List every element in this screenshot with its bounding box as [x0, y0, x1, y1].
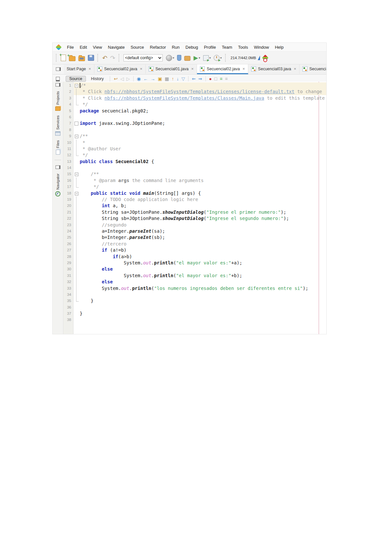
- history-view-button[interactable]: History: [89, 76, 106, 81]
- config-select[interactable]: <default config>: [123, 54, 163, 61]
- jump-forward-icon[interactable]: ▷: [126, 76, 130, 81]
- code-line[interactable]: 5package secuencial.pkg02;: [63, 108, 326, 114]
- code-line[interactable]: 9−/**: [63, 133, 326, 139]
- menu-view[interactable]: View: [90, 44, 105, 51]
- tab-secuencial02-java[interactable]: Secuencial02.java×: [197, 64, 248, 74]
- tab-close-icon[interactable]: ×: [140, 66, 142, 71]
- fold-collapse-icon[interactable]: −: [75, 192, 78, 195]
- menu-tools[interactable]: Tools: [235, 44, 251, 51]
- duplicate-line-icon[interactable]: ▽: [182, 76, 185, 81]
- minimize-toolbar-icon[interactable]: [56, 77, 60, 81]
- code-line[interactable]: 16 * @param args the command line argume…: [63, 177, 326, 184]
- open-project-icon[interactable]: [78, 55, 85, 61]
- new-file-icon[interactable]: [61, 55, 66, 61]
- stop-macro-icon[interactable]: □: [214, 76, 217, 81]
- code-line[interactable]: 14: [63, 165, 326, 171]
- fold-margin[interactable]: −: [74, 82, 80, 89]
- move-up-icon[interactable]: ↑: [172, 76, 174, 81]
- shift-right-icon[interactable]: ⇒: [198, 76, 202, 81]
- code-line[interactable]: 32 else: [63, 279, 326, 285]
- sidebar-tab-projects[interactable]: Projects: [55, 91, 60, 111]
- code-line[interactable]: 18− public static void main(String[] arg…: [63, 190, 326, 196]
- code-line[interactable]: 35 }: [63, 298, 326, 304]
- save-all-icon[interactable]: [88, 55, 94, 61]
- code-line[interactable]: 15− /**: [63, 171, 326, 177]
- code-line[interactable]: 26 //tercero: [63, 241, 326, 247]
- clean-build-icon[interactable]: [177, 55, 181, 61]
- debug-project-icon[interactable]: ▾: [203, 55, 211, 61]
- menu-file[interactable]: File: [64, 44, 77, 51]
- import-hint-icon[interactable]: [74, 122, 78, 126]
- notifications-icon[interactable]: [262, 55, 269, 61]
- redo-icon[interactable]: ↷: [110, 55, 115, 61]
- fold-margin[interactable]: −: [74, 133, 80, 139]
- code-line[interactable]: 33 System.out.println("los numeros ingre…: [63, 285, 326, 292]
- menu-profile[interactable]: Profile: [201, 44, 219, 51]
- generate-javadoc-icon[interactable]: [184, 55, 190, 61]
- previous-bookmark-icon[interactable]: ≡: [225, 76, 228, 81]
- dropdown-arrow-icon[interactable]: ▾: [209, 56, 211, 59]
- source-view-button[interactable]: Source: [66, 76, 86, 82]
- code-line[interactable]: 3 * Click nbfs://nbhost/SystemFileSystem…: [63, 95, 326, 101]
- restore-group-icon[interactable]: [56, 165, 60, 169]
- menu-debug[interactable]: Debug: [183, 44, 201, 51]
- record-macro-icon[interactable]: ●: [209, 76, 212, 81]
- toggle-highlight-icon[interactable]: ▣: [158, 76, 162, 81]
- jump-back-icon[interactable]: ◁: [120, 76, 124, 81]
- shift-left-icon[interactable]: ⇐: [192, 76, 196, 81]
- rectangular-selection-icon[interactable]: ▦: [165, 76, 169, 81]
- tab-close-icon[interactable]: ×: [242, 66, 245, 71]
- build-project-icon[interactable]: ▾: [166, 55, 174, 61]
- find-selection-icon[interactable]: ◉: [137, 76, 141, 81]
- code-line[interactable]: 21 String sa=JOptionPane.showInputDialog…: [63, 209, 326, 215]
- code-line[interactable]: 24 a=Integer.parseInt(sa);: [63, 228, 326, 234]
- run-project-icon[interactable]: ▶▾: [193, 55, 200, 61]
- tab-close-icon[interactable]: ×: [294, 66, 296, 71]
- sidebar-tab-services[interactable]: Services: [55, 115, 60, 136]
- fold-margin[interactable]: −: [74, 171, 80, 177]
- code-line[interactable]: 4 */: [63, 101, 326, 108]
- last-edit-icon[interactable]: ↩: [114, 76, 118, 81]
- dropdown-arrow-icon[interactable]: ▾: [173, 56, 174, 59]
- code-line[interactable]: 12 */: [63, 152, 326, 158]
- dropdown-arrow-icon[interactable]: ▾: [199, 56, 200, 59]
- menu-window[interactable]: Window: [251, 44, 272, 51]
- menu-edit[interactable]: Edit: [77, 44, 90, 51]
- tab-start-page[interactable]: Start Page×: [64, 64, 94, 74]
- menu-refactor[interactable]: Refactor: [147, 44, 169, 51]
- code-line[interactable]: 1−/*: [63, 82, 326, 89]
- code-line[interactable]: 36: [63, 304, 326, 311]
- tab-close-icon[interactable]: ×: [89, 66, 91, 71]
- code-line[interactable]: 20 int a, b;: [63, 203, 326, 209]
- sidebar-tab-navigator[interactable]: Navigator: [55, 174, 60, 196]
- menu-source[interactable]: Source: [128, 44, 147, 51]
- code-line[interactable]: 2 * Click nbfs://nbhost/SystemFileSystem…: [63, 89, 326, 95]
- code-line[interactable]: 13public class Secuencial02 {: [63, 159, 326, 165]
- fold-margin[interactable]: −: [74, 190, 80, 196]
- code-line[interactable]: 28 if(a>b): [63, 254, 326, 260]
- menu-team[interactable]: Team: [219, 44, 235, 51]
- undo-icon[interactable]: ↶: [102, 55, 107, 61]
- code-line[interactable]: 38: [63, 317, 326, 323]
- tab-secuencial01-java[interactable]: Secuencial01.java×: [146, 64, 197, 74]
- sidebar-tab-files[interactable]: Files: [56, 140, 60, 155]
- code-line[interactable]: 7import javax.swing.JOptionPane;: [63, 120, 326, 126]
- code-line[interactable]: 27 if (a!=b): [63, 247, 326, 253]
- code-line[interactable]: 29 System.out.println("el mayor valor es…: [63, 260, 326, 266]
- new-project-icon[interactable]: [69, 55, 75, 61]
- code-line[interactable]: 31 System.out.println("el mayor valor es…: [63, 273, 326, 279]
- dock-window-icon[interactable]: [56, 67, 61, 71]
- fold-collapse-icon[interactable]: −: [75, 173, 78, 176]
- code-line[interactable]: 6: [63, 114, 326, 120]
- profile-project-icon[interactable]: ▾: [214, 55, 222, 61]
- menu-navigate[interactable]: Navigate: [105, 44, 127, 51]
- code-line[interactable]: 23 //segundo: [63, 222, 326, 228]
- menu-help[interactable]: Help: [272, 44, 286, 51]
- fold-collapse-icon[interactable]: −: [75, 135, 78, 138]
- code-line[interactable]: 30 else: [63, 266, 326, 272]
- code-line[interactable]: 10 *: [63, 140, 326, 146]
- code-line[interactable]: 34: [63, 292, 326, 298]
- code-line[interactable]: 8: [63, 127, 326, 133]
- tab-secuencial02-java[interactable]: Secuencial02.java×: [94, 64, 146, 74]
- code-line[interactable]: 37}: [63, 311, 326, 317]
